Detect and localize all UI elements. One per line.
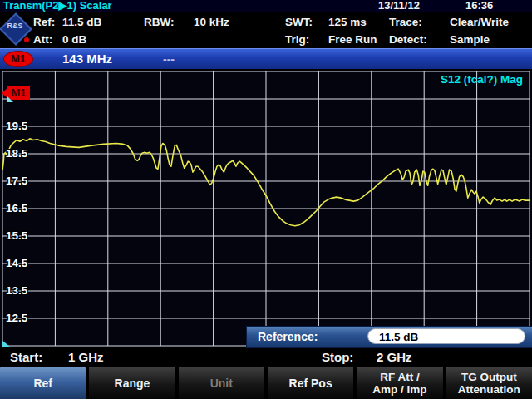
swt-value: 125 ms bbox=[328, 14, 367, 31]
y-axis-tick-label: 12.5 bbox=[6, 311, 27, 326]
reference-entry-label: Reference: bbox=[258, 327, 318, 347]
softkey-label: RF Att / bbox=[380, 371, 420, 383]
time-display: 16:36 bbox=[466, 0, 493, 12]
marker-sub-triangle-icon bbox=[7, 96, 13, 102]
softkey-ref-pos[interactable]: Ref Pos bbox=[268, 367, 353, 399]
marker-frequency: 143 MHz bbox=[62, 49, 112, 69]
marker-value: --- bbox=[163, 49, 175, 69]
softkey-unit: Unit bbox=[179, 367, 264, 399]
att-value: 0 dB bbox=[62, 32, 86, 48]
date-display: 13/11/12 bbox=[378, 0, 420, 12]
detect-label: Detect: bbox=[389, 32, 427, 48]
softkey-label: Range bbox=[115, 377, 150, 390]
swt-label: SWT: bbox=[285, 14, 313, 31]
softkey-tg-output-attenuation[interactable]: TG OutputAttenuation bbox=[446, 367, 532, 399]
softkey-label: Unit bbox=[210, 377, 233, 390]
rbw-value: 10 kHz bbox=[194, 14, 229, 31]
measurement-mode-title: Transm(P2▶1) Scalar bbox=[3, 0, 112, 12]
trace-label: Trace: bbox=[389, 14, 422, 31]
softkey-range[interactable]: Range bbox=[89, 367, 175, 399]
stop-freq-label: Stop: bbox=[322, 348, 353, 367]
y-axis-tick-label: 19.5 bbox=[6, 119, 27, 134]
start-freq-label: Start: bbox=[10, 348, 42, 367]
softkey-label: TG Output bbox=[461, 371, 517, 383]
trace-value: Clear/Write bbox=[450, 14, 509, 31]
stop-freq-value: 2 GHz bbox=[377, 348, 412, 367]
softkey-ref[interactable]: Ref bbox=[0, 367, 86, 399]
trace-diagram bbox=[0, 71, 532, 347]
softkey-rf-att-amp-imp[interactable]: RF Att /Amp / Imp bbox=[357, 367, 442, 399]
trace-math-label: S12 (fcal?) Mag bbox=[441, 73, 523, 86]
ref-label: Ref: bbox=[33, 14, 55, 31]
y-axis-tick-label: 18.5 bbox=[6, 146, 27, 161]
reference-entry-bar: Reference: 11.5 dB bbox=[246, 326, 532, 348]
y-axis-tick-label: 17.5 bbox=[6, 174, 27, 189]
y-axis-tick-label: 16.5 bbox=[6, 201, 27, 216]
softkey-label: Ref bbox=[33, 377, 52, 390]
softkey-label: Amp / Imp bbox=[372, 383, 426, 396]
title-separator bbox=[0, 12, 532, 12]
status-dot-icon bbox=[24, 37, 29, 42]
detect-value: Sample bbox=[450, 32, 490, 48]
instrument-screen: Transm(P2▶1) Scalar 13/11/12 16:36 R&S R… bbox=[0, 0, 532, 399]
softkey-bar: RefRangeUnitRef PosRF Att /Amp / ImpTG O… bbox=[0, 367, 532, 399]
softkey-label: Attenuation bbox=[458, 383, 520, 396]
marker-readout-bar: M1 143 MHz --- bbox=[0, 48, 532, 69]
softkey-label: Ref Pos bbox=[289, 377, 332, 390]
display-line-corner-icon bbox=[2, 340, 10, 347]
trig-label: Trig: bbox=[285, 32, 309, 48]
ref-value: 11.5 dB bbox=[62, 14, 101, 31]
start-freq-value: 1 GHz bbox=[68, 348, 104, 367]
y-axis-tick-label: 13.5 bbox=[6, 283, 27, 298]
rs-logo-text: R&S bbox=[2, 22, 27, 30]
marker-m1-badge[interactable]: M1 bbox=[3, 51, 33, 67]
y-axis-tick-label: 14.5 bbox=[6, 256, 27, 271]
y-axis-tick-label: 15.5 bbox=[6, 229, 27, 244]
att-label: Att: bbox=[33, 32, 52, 48]
rbw-label: RBW: bbox=[144, 14, 175, 31]
trig-value: Free Run bbox=[328, 32, 377, 48]
reference-input[interactable]: 11.5 dB bbox=[367, 328, 525, 344]
